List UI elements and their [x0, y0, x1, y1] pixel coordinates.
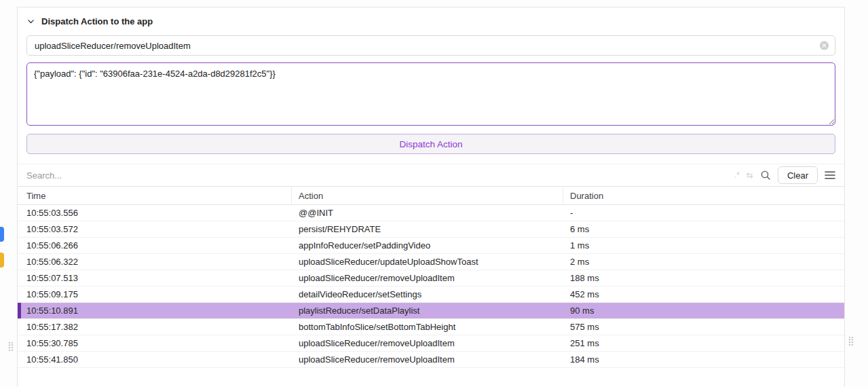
devtools-stage: ⣿ ⣿ Dispatch Action to the app {"payload… — [0, 0, 868, 387]
table-row[interactable]: 10:55:06.266 appInfoReducer/setPaddingVi… — [18, 238, 844, 254]
left-resize-handle-icon[interactable]: ⣿ — [7, 342, 14, 350]
search-icon[interactable] — [760, 170, 771, 181]
row-duration: 184 ms — [563, 354, 844, 365]
table-row[interactable]: 10:55:03.556 @@INIT - — [18, 205, 844, 221]
row-duration: 2 ms — [563, 257, 844, 267]
row-action: appInfoReducer/setPaddingVideo — [292, 240, 563, 251]
table-row[interactable]: 10:55:10.891 playlistReducer/setDataPlay… — [18, 303, 844, 319]
row-time: 10:55:30.785 — [18, 338, 292, 348]
row-time: 10:55:17.382 — [18, 322, 292, 332]
row-time: 10:55:10.891 — [18, 306, 292, 316]
row-duration: 6 ms — [563, 224, 844, 234]
column-header-action[interactable]: Action — [292, 187, 563, 204]
row-duration: 575 ms — [563, 322, 844, 332]
row-action: detailVideoReducer/setSettings — [292, 289, 563, 299]
menu-hamburger-icon[interactable] — [825, 170, 835, 180]
section-title: Dispatch Action to the app — [41, 16, 153, 26]
action-input-wrap — [26, 35, 835, 56]
row-time: 10:55:06.266 — [18, 240, 292, 251]
dispatch-section: Dispatch Action to the app {"payload": {… — [18, 7, 844, 154]
row-duration: 251 ms — [563, 338, 844, 348]
search-input[interactable] — [26, 170, 728, 181]
payload-textarea[interactable]: {"payload": {"id": "63906faa-231e-4524-a… — [26, 62, 835, 126]
edge-marker-yellow — [0, 253, 4, 268]
row-action: persist/REHYDRATE — [292, 224, 563, 234]
table-row[interactable]: 10:55:07.513 uploadSliceReducer/removeUp… — [18, 270, 844, 287]
dispatch-action-panel: Dispatch Action to the app {"payload": {… — [17, 7, 845, 387]
search-toolbar: .* ⇆ Clear — [18, 164, 844, 187]
row-time: 10:55:03.572 — [18, 224, 292, 234]
chevron-down-icon[interactable] — [26, 17, 35, 26]
row-duration: 90 ms — [563, 306, 844, 316]
column-header-duration[interactable]: Duration — [563, 187, 844, 204]
dispatch-section-header[interactable]: Dispatch Action to the app — [26, 12, 835, 31]
row-time: 10:55:09.175 — [18, 289, 292, 299]
action-type-input[interactable] — [26, 35, 835, 56]
dispatch-action-button[interactable]: Dispatch Action — [26, 134, 835, 154]
row-time: 10:55:41.850 — [18, 354, 292, 365]
edge-marker-blue — [0, 227, 4, 242]
table-header: Time Action Duration — [18, 187, 844, 205]
row-duration: 452 ms — [563, 289, 844, 299]
row-action: uploadSliceReducer/updateUploadShowToast — [292, 257, 563, 267]
table-row[interactable]: 10:55:06.322 uploadSliceReducer/updateUp… — [18, 254, 844, 270]
row-action: uploadSliceReducer/removeUploadItem — [292, 273, 563, 283]
row-action: uploadSliceReducer/removeUploadItem — [292, 338, 563, 348]
row-action: playlistReducer/setDataPlaylist — [292, 306, 563, 316]
swap-arrows-icon[interactable]: ⇆ — [747, 171, 753, 179]
row-duration: 1 ms — [563, 240, 844, 251]
row-time: 10:55:03.556 — [18, 208, 292, 218]
clear-log-button[interactable]: Clear — [778, 166, 818, 184]
regex-toggle-icon[interactable]: .* — [734, 171, 740, 179]
row-action: bottomTabInfoSlice/setBottomTabHeight — [292, 322, 563, 332]
row-duration: - — [563, 208, 844, 218]
table-row[interactable]: 10:55:09.175 detailVideoReducer/setSetti… — [18, 287, 844, 303]
row-duration: 188 ms — [563, 273, 844, 283]
column-header-time[interactable]: Time — [18, 187, 292, 204]
table-row[interactable]: 10:55:03.572 persist/REHYDRATE 6 ms — [18, 221, 844, 238]
table-row[interactable]: 10:55:17.382 bottomTabInfoSlice/setBotto… — [18, 319, 844, 335]
row-action: @@INIT — [292, 208, 563, 218]
right-resize-handle-icon[interactable]: ⣿ — [848, 336, 854, 345]
row-action: uploadSliceReducer/removeUploadItem — [292, 354, 563, 365]
row-time: 10:55:06.322 — [18, 257, 292, 267]
row-time: 10:55:07.513 — [18, 273, 292, 283]
clear-input-icon[interactable] — [819, 41, 829, 51]
table-row[interactable]: 10:55:41.850 uploadSliceReducer/removeUp… — [18, 352, 844, 368]
table-row[interactable]: 10:55:30.785 uploadSliceReducer/removeUp… — [18, 335, 844, 352]
action-log-table: 10:55:03.556 @@INIT - 10:55:03.572 persi… — [18, 205, 844, 368]
